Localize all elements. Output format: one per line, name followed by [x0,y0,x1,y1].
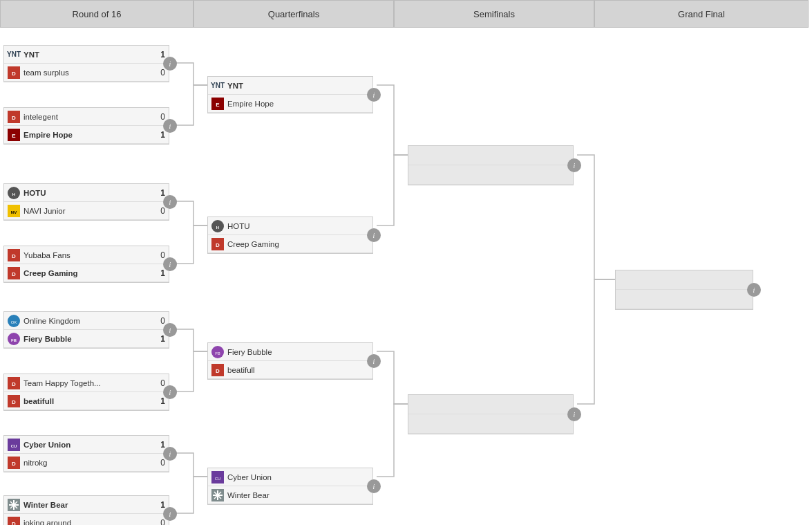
gf-m-team2 [616,290,753,309]
r16-match6-wrapper: D Team Happy Togeth... 0 D beatifull 1 i [3,374,169,411]
gf-match-wrapper: i [615,270,753,310]
r16-m1-t1-name: YNT [23,50,153,59]
dota-logo-icon10: D [211,364,224,376]
r16-m7-t2-score: 0 [155,458,165,468]
sf-connectors [394,28,594,525]
r16-m2-team1: D intelegent 0 [4,108,169,126]
svg-text:E: E [216,102,220,108]
sf-m1-info-btn[interactable]: i [567,158,581,172]
sf-m2-info-btn[interactable]: i [567,407,581,421]
r16-m3-info-btn[interactable]: i [163,195,177,209]
gf-header: Grand Final [594,0,809,28]
dota-logo-icon6: D [8,395,20,407]
qf-m1-team2: E Empire Hope [208,95,372,113]
r16-m2-info-btn[interactable]: i [163,119,177,133]
qf-m3-info-btn[interactable]: i [367,354,381,368]
r16-m1-t2-name: team surplus [23,68,153,77]
semifinals-column: Semifinals i i [394,0,594,525]
r16-match2: D intelegent 0 E Empire Hope 1 i [3,107,169,145]
r16-match4-wrapper: D Yubaba Fans 0 D Creep Gaming 1 i [3,246,169,283]
qf-m2-info-btn[interactable]: i [367,228,381,242]
svg-text:D: D [12,461,16,467]
r16-m2-t1-score: 0 [155,112,165,122]
hotu-logo-icon2: H [211,220,224,232]
r16-m3-t2-name: NAVI Junior [23,207,153,215]
gf-m-info-btn[interactable]: i [747,283,761,297]
qf-m2-t1-name: HOTU [227,222,369,230]
dota-logo-icon5: D [8,377,20,389]
qf-match2-wrapper: H HOTU D Creep Gaming i [207,217,373,254]
sf-m1-team1 [408,146,573,165]
r16-m8-t2-name: joking around [23,519,153,526]
r16-match2-wrapper: D intelegent 0 E Empire Hope 1 i [3,107,169,145]
ynt-logo-icon2: YNT [211,80,224,92]
r16-m8-t1-score: 1 [155,500,165,510]
r16-m6-info-btn[interactable]: i [163,385,177,399]
r16-m5-team2: FB Fiery Bubble 1 [4,330,169,348]
r16-m8-t2-score: 0 [155,518,165,526]
sf-match1: i [408,145,574,185]
r16-m3-t1-score: 1 [155,188,165,198]
r16-m4-t1-score: 0 [155,250,165,260]
r16-m5-t2-score: 1 [155,334,165,344]
qf-header: Quarterfinals [193,0,394,28]
r16-m8-info-btn[interactable]: i [163,507,177,521]
sf-match1-wrapper: i [408,145,574,185]
svg-text:D: D [12,71,16,77]
round-of-16-column: Round of 16 YNT YNT 1 D team surplus 0 [0,0,193,525]
svg-text:H: H [12,192,15,196]
r16-match7-wrapper: CU Cyber Union 1 D nitrokg 0 i [3,435,169,472]
r16-m1-t2-score: 0 [155,68,165,77]
r16-m1-team2: D team surplus 0 [4,64,169,82]
empire-logo-icon: E [8,129,20,141]
dota-logo-icon4: D [8,267,20,279]
r16-m7-info-btn[interactable]: i [163,447,177,461]
svg-text:D: D [216,242,220,248]
dota-logo-icon3: D [8,249,20,261]
svg-text:CU: CU [215,477,221,481]
qf-match1: YNT YNT E Empire Hope i [207,76,373,113]
qf-m4-t1-name: Cyber Union [227,473,369,481]
r16-m2-t2-score: 1 [155,130,165,140]
qf-m4-info-btn[interactable]: i [367,479,381,493]
dota-logo-icon1: D [8,66,20,79]
r16-m2-t2-name: Empire Hope [23,131,153,139]
r16-header: Round of 16 [0,0,193,28]
sf-m2-team2 [408,414,573,434]
cyber-logo-icon: CU [8,439,20,451]
sf-m1-team2 [408,165,573,185]
r16-m4-info-btn[interactable]: i [163,257,177,271]
r16-m7-t1-name: Cyber Union [23,441,153,449]
r16-m5-t2-name: Fiery Bubble [23,335,153,343]
hotu-logo-icon: H [8,187,20,199]
r16-match3: H HOTU 1 NV NAVI Junior 0 i [3,183,169,221]
r16-m8-t1-name: Winter Bear [23,501,153,509]
r16-m6-t2-score: 1 [155,396,165,406]
r16-m6-team2: D beatifull 1 [4,392,169,410]
qf-m2-team1: H HOTU [208,217,372,235]
svg-text:E: E [12,133,16,139]
gf-match: i [615,270,753,310]
r16-m3-team1: H HOTU 1 [4,184,169,202]
quarterfinals-column: Quarterfinals YNT YNT E Empire Hope i [193,0,394,525]
qf-m1-info-btn[interactable]: i [367,88,381,102]
r16-m3-t2-score: 0 [155,206,165,216]
grand-final-column: Grand Final i [594,0,809,525]
qf-match4-wrapper: CU Cyber Union Winter Bear i [207,468,373,505]
r16-m5-t1-score: 0 [155,316,165,326]
dota-logo-icon2: D [8,111,20,123]
r16-m5-info-btn[interactable]: i [163,323,177,337]
r16-m4-team2: D Creep Gaming 1 [4,264,169,282]
r16-match4: D Yubaba Fans 0 D Creep Gaming 1 i [3,246,169,283]
svg-text:D: D [12,271,16,277]
r16-match1: YNT YNT 1 D team surplus 0 i [3,45,169,82]
r16-m3-team2: NV NAVI Junior 0 [4,202,169,220]
r16-m8-team2: D joking around 0 [4,514,169,525]
r16-m1-info-btn[interactable]: i [163,57,177,71]
r16-m5-team1: OK Online Kingdom 0 [4,312,169,330]
qf-match2: H HOTU D Creep Gaming i [207,217,373,254]
svg-text:D: D [12,381,16,387]
svg-text:D: D [12,115,16,121]
r16-m4-t2-score: 1 [155,268,165,278]
qf-m3-team2: D beatifull [208,361,372,379]
